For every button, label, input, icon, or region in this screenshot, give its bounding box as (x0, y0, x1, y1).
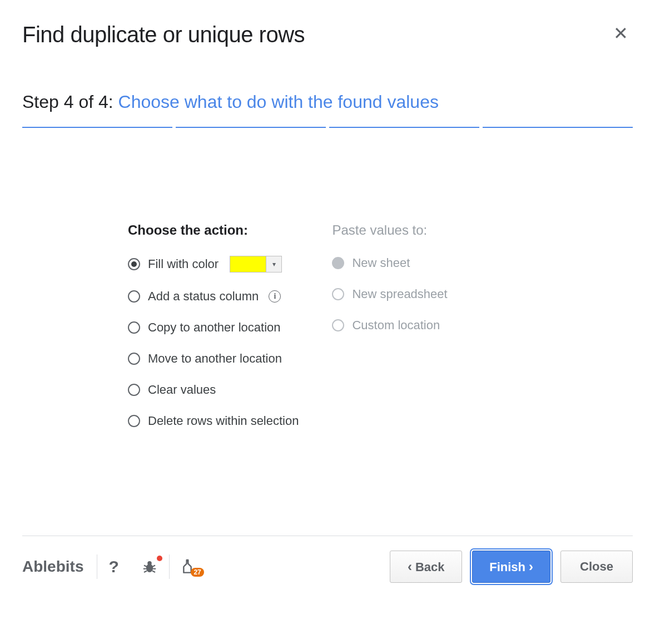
action-label: Fill with color (148, 257, 219, 271)
progress-segment (483, 127, 633, 128)
back-button[interactable]: Back (390, 551, 462, 583)
content-area: Choose the action: Fill with color ▾ Add… (22, 222, 633, 445)
radio-icon (332, 257, 344, 269)
bug-report-button[interactable] (130, 554, 169, 579)
action-label: Delete rows within selection (148, 414, 299, 428)
radio-icon (128, 384, 140, 396)
action-label: Copy to another location (148, 320, 281, 335)
notification-dot-icon (157, 556, 162, 561)
radio-icon (332, 288, 344, 300)
action-label: Add a status column (148, 289, 259, 304)
paste-label: New sheet (352, 256, 410, 270)
color-picker[interactable]: ▾ (230, 256, 282, 273)
radio-icon (128, 415, 140, 427)
info-icon[interactable]: i (269, 290, 281, 303)
action-label: Clear values (148, 383, 216, 397)
action-label: Move to another location (148, 351, 282, 366)
radio-icon (128, 290, 140, 303)
step-heading: Step 4 of 4: Choose what to do with the … (22, 92, 633, 112)
help-icon: ? (108, 557, 118, 576)
paste-label: New spreadsheet (352, 287, 447, 301)
dropdown-arrow-icon: ▾ (266, 256, 281, 272)
back-label: Back (415, 560, 445, 574)
action-clear-values[interactable]: Clear values (128, 383, 299, 397)
paste-custom-location: Custom location (332, 318, 447, 333)
paste-column: Paste values to: New sheet New spreadshe… (332, 222, 447, 445)
svg-point-8 (186, 561, 188, 562)
progress-segment (176, 127, 326, 128)
step-instruction: Choose what to do with the found values (118, 92, 439, 112)
paste-heading: Paste values to: (332, 222, 447, 238)
svg-line-3 (152, 566, 155, 567)
svg-point-1 (147, 561, 152, 566)
schedule-button[interactable]: 27 (170, 554, 210, 579)
badge-count: 27 (191, 568, 204, 577)
color-swatch (230, 256, 266, 272)
radio-icon (332, 319, 344, 331)
action-fill-color[interactable]: Fill with color ▾ (128, 256, 299, 273)
paste-label: Custom location (352, 318, 440, 333)
finish-button[interactable]: Finish (472, 551, 550, 583)
paste-new-sheet: New sheet (332, 256, 447, 270)
footer-right: Back Finish Close (390, 551, 633, 583)
actions-heading: Choose the action: (128, 222, 299, 238)
svg-line-2 (144, 566, 147, 567)
radio-icon (128, 353, 140, 365)
help-button[interactable]: ? (97, 554, 130, 579)
close-icon[interactable]: ✕ (609, 22, 633, 44)
close-button[interactable]: Close (560, 551, 633, 583)
action-add-status-column[interactable]: Add a status column i (128, 289, 299, 304)
bug-icon (141, 558, 158, 575)
paste-new-spreadsheet: New spreadsheet (332, 287, 447, 301)
progress-segment (329, 127, 479, 128)
actions-column: Choose the action: Fill with color ▾ Add… (128, 222, 299, 445)
radio-icon (128, 258, 140, 270)
step-prefix: Step 4 of 4: (22, 92, 118, 112)
radio-icon (128, 321, 140, 334)
svg-line-6 (144, 571, 147, 573)
dialog-title: Find duplicate or unique rows (22, 22, 305, 47)
progress-bar (22, 127, 633, 128)
svg-line-7 (152, 571, 155, 573)
action-delete-rows[interactable]: Delete rows within selection (128, 414, 299, 428)
finish-label: Finish (489, 560, 525, 574)
progress-segment (22, 127, 172, 128)
brand-label: Ablebits (22, 558, 97, 576)
footer-left: Ablebits ? 27 (22, 554, 210, 579)
dialog-footer: Ablebits ? 27 (22, 536, 633, 583)
dialog-header: Find duplicate or unique rows ✕ (22, 22, 633, 47)
action-copy-location[interactable]: Copy to another location (128, 320, 299, 335)
action-move-location[interactable]: Move to another location (128, 351, 299, 366)
